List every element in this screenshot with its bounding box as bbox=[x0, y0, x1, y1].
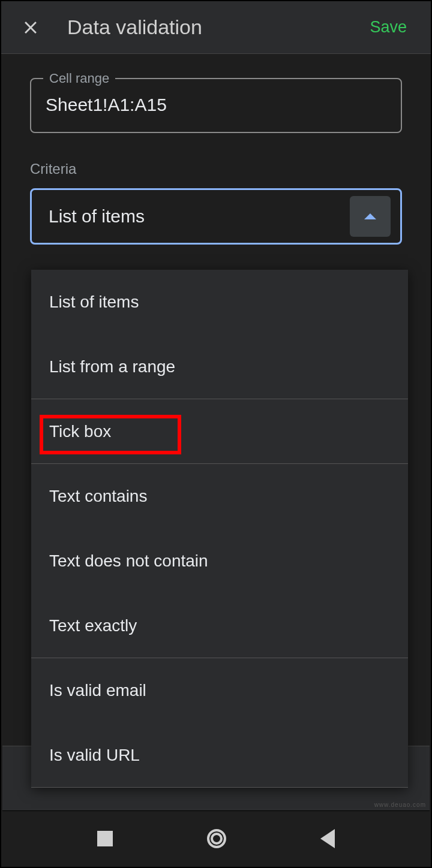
back-icon[interactable] bbox=[320, 829, 335, 848]
cell-range-value: Sheet1!A1:A15 bbox=[46, 95, 386, 115]
criteria-label: Criteria bbox=[30, 161, 402, 177]
criteria-option[interactable]: Text exactly bbox=[31, 593, 408, 658]
content-area: Cell range Sheet1!A1:A15 Criteria List o… bbox=[1, 54, 431, 245]
criteria-select[interactable]: List of items bbox=[30, 188, 402, 245]
save-button[interactable]: Save bbox=[360, 13, 416, 41]
criteria-option[interactable]: List from a range bbox=[31, 334, 408, 399]
cell-range-field[interactable]: Cell range Sheet1!A1:A15 bbox=[30, 78, 402, 133]
app-bar: Data validation Save bbox=[1, 1, 431, 54]
criteria-option[interactable]: Text does not contain bbox=[31, 529, 408, 593]
home-icon[interactable] bbox=[207, 829, 226, 848]
criteria-dropdown: List of items List from a range Tick box… bbox=[31, 270, 408, 788]
criteria-option[interactable]: List of items bbox=[31, 270, 408, 334]
chevron-up-icon bbox=[364, 213, 376, 219]
dropdown-toggle[interactable] bbox=[350, 196, 391, 237]
page-title: Data validation bbox=[67, 16, 360, 39]
criteria-option[interactable]: Is valid URL bbox=[31, 723, 408, 788]
criteria-option[interactable]: Tick box bbox=[31, 399, 408, 464]
cell-range-label: Cell range bbox=[43, 71, 115, 86]
criteria-option[interactable]: Text contains bbox=[31, 464, 408, 529]
criteria-selected-value: List of items bbox=[49, 206, 145, 227]
watermark: www.deuao.com bbox=[374, 801, 426, 808]
overview-icon[interactable] bbox=[97, 831, 113, 846]
android-navbar bbox=[2, 810, 430, 866]
criteria-option[interactable]: Is valid email bbox=[31, 658, 408, 723]
close-icon[interactable] bbox=[20, 17, 41, 38]
